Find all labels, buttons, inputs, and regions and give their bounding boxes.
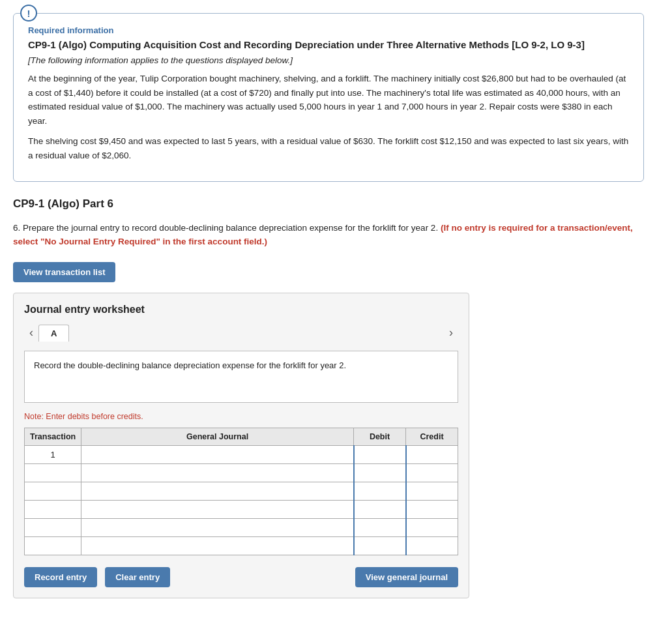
tab-next-arrow[interactable]: › [444,326,458,340]
question-text: 6. Prepare the journal entry to record d… [13,221,644,249]
tab-nav: ‹ A › [24,325,458,342]
description-box: Record the double-declining balance depr… [24,351,458,403]
transaction-cell [25,500,81,518]
debit-cell[interactable] [354,536,406,555]
debit-cell[interactable] [354,482,406,500]
info-box-subtitle: [The following information applies to th… [28,55,629,65]
info-paragraph-2: The shelving cost $9,450 and was expecte… [28,134,629,162]
general-journal-input[interactable] [81,519,353,536]
credit-cell[interactable] [406,445,458,463]
general-journal-cell[interactable] [81,536,354,555]
col-header-transaction: Transaction [25,428,81,445]
info-box: ! Required information CP9-1 (Algo) Comp… [13,13,644,182]
col-header-credit: Credit [406,428,458,445]
general-journal-input[interactable] [81,464,353,482]
journal-table: Transaction General Journal Debit Credit… [24,428,458,555]
credit-cell[interactable] [406,463,458,482]
general-journal-cell[interactable] [81,445,354,463]
required-label: Required information [28,25,629,35]
table-row: 1 [25,445,458,463]
table-row [25,536,458,555]
note-text: Note: Enter debits before credits. [24,412,458,421]
table-row [25,463,458,482]
transaction-cell [25,463,81,482]
table-row [25,482,458,500]
general-journal-cell[interactable] [81,518,354,536]
credit-input[interactable] [407,501,458,518]
credit-input[interactable] [407,446,458,463]
credit-input[interactable] [407,519,458,536]
credit-cell[interactable] [406,500,458,518]
worksheet-container: Journal entry worksheet ‹ A › Record the… [13,293,469,598]
general-journal-input[interactable] [81,501,353,518]
debit-input[interactable] [355,519,405,536]
general-journal-input[interactable] [81,537,353,555]
credit-cell[interactable] [406,536,458,555]
table-row [25,518,458,536]
general-journal-cell[interactable] [81,500,354,518]
transaction-cell: 1 [25,445,81,463]
info-icon: ! [20,5,37,22]
debit-input[interactable] [355,446,405,463]
col-header-debit: Debit [354,428,406,445]
debit-cell[interactable] [354,500,406,518]
button-row: Record entry Clear entry View general jo… [24,567,458,587]
general-journal-cell[interactable] [81,482,354,500]
info-box-title: CP9-1 (Algo) Computing Acquisition Cost … [28,39,629,50]
question-main: 6. Prepare the journal entry to record d… [13,223,438,233]
view-general-journal-button[interactable]: View general journal [355,567,458,587]
debit-cell[interactable] [354,463,406,482]
record-entry-button[interactable]: Record entry [24,567,97,587]
worksheet-title: Journal entry worksheet [24,304,458,315]
part-heading: CP9-1 (Algo) Part 6 [13,198,644,211]
transaction-cell [25,536,81,555]
table-row [25,500,458,518]
col-header-general-journal: General Journal [81,428,354,445]
clear-entry-button[interactable]: Clear entry [105,567,170,587]
debit-input[interactable] [355,464,405,482]
transaction-cell [25,482,81,500]
credit-input[interactable] [407,537,458,555]
debit-input[interactable] [355,501,405,518]
credit-cell[interactable] [406,482,458,500]
credit-input[interactable] [407,464,458,482]
tab-a[interactable]: A [38,325,69,342]
general-journal-input[interactable] [81,446,353,463]
debit-cell[interactable] [354,445,406,463]
general-journal-input[interactable] [81,482,353,500]
info-paragraph-1: At the beginning of the year, Tulip Corp… [28,72,629,128]
transaction-cell [25,518,81,536]
view-transaction-list-button[interactable]: View transaction list [13,262,115,282]
debit-input[interactable] [355,537,405,555]
debit-cell[interactable] [354,518,406,536]
tab-prev-arrow[interactable]: ‹ [24,326,38,340]
general-journal-cell[interactable] [81,463,354,482]
credit-cell[interactable] [406,518,458,536]
debit-input[interactable] [355,482,405,500]
credit-input[interactable] [407,482,458,500]
info-box-body: At the beginning of the year, Tulip Corp… [28,72,629,163]
